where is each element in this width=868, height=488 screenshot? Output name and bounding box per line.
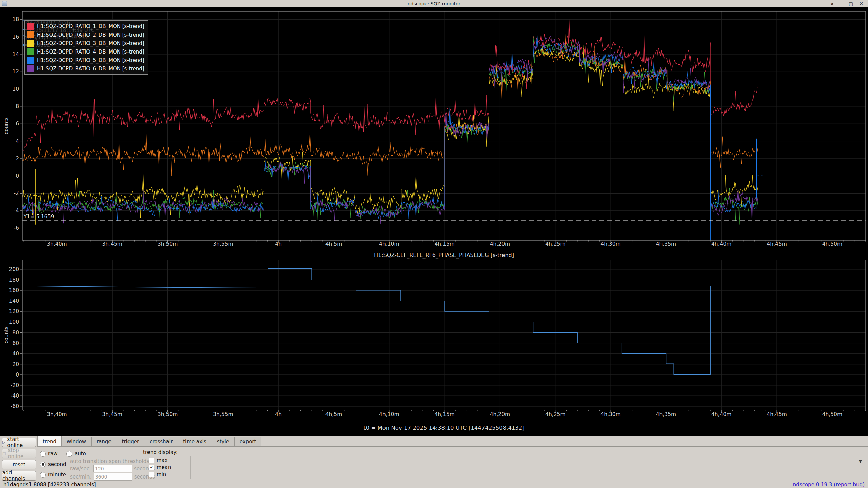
nds-server-status: h1daqnds1:8088 [429233 channels] [3,482,96,488]
stop-online-button[interactable]: □stop online [2,449,36,458]
checkbox-max[interactable]: max [146,456,190,464]
shade-button[interactable]: ∧ [830,0,834,7]
tab-style[interactable]: style [212,437,235,446]
svg-text:3h,45m: 3h,45m [102,241,122,247]
checkbox-min-box[interactable] [149,472,154,477]
svg-text:4h,20m: 4h,20m [490,411,510,418]
radio-raw[interactable]: raw [40,451,58,457]
checkbox-max-box[interactable] [149,458,154,463]
trend-display-group: maxmeanmin [146,456,191,479]
legend-item[interactable]: H1:SQZ-DCPD_RATIO_4_DB_MON [s-trend] [27,47,144,56]
svg-text:0: 0 [16,173,19,179]
radio-second-label: second [48,461,66,467]
chevron-down-icon[interactable]: ▼ [859,459,862,464]
radio-minute[interactable]: minute [40,472,66,478]
checkbox-mean-box[interactable] [149,465,154,470]
svg-text:80: 80 [12,330,19,336]
secmin-input[interactable] [94,473,132,481]
legend-item[interactable]: H1:SQZ-DCPD_RATIO_5_DB_MON [s-trend] [27,56,144,64]
svg-text:-60: -60 [11,403,19,409]
bottom-plot-title: H1:SQZ-CLF_REFL_RF6_PHASE_PHASEDEG [s-tr… [374,252,514,259]
svg-text:4h,25m: 4h,25m [545,411,565,418]
svg-text:3h,40m: 3h,40m [47,241,67,247]
tab-time-axis[interactable]: time axis [178,437,212,446]
radio-raw-circle[interactable] [40,451,46,457]
radio-minute-circle[interactable] [40,472,46,478]
svg-text:4h,40m: 4h,40m [711,241,731,247]
plot-legend[interactable]: H1:SQZ-DCPD_RATIO_1_DB_MON [s-trend]H1:S… [24,20,148,75]
top-plot-ylabel: counts [3,117,9,134]
bottom-plot-frame: 3h,40m3h,45m3h,50m3h,55m4h4h,5m4h,10m4h,… [9,260,866,418]
checkbox-mean[interactable]: mean [146,464,190,471]
secmin-label: sec/min: [70,474,92,480]
svg-text:3h,40m: 3h,40m [47,411,67,418]
report-bug-link[interactable]: report bug [836,482,863,488]
legend-swatch-6 [27,65,34,72]
svg-text:-2: -2 [14,190,19,196]
tab-window[interactable]: window [61,437,92,446]
svg-text:60: 60 [12,340,19,346]
window-buttons: ∧–▢✕ [830,0,868,7]
tab-trend[interactable]: trend [37,436,62,446]
tab-crosshair[interactable]: crosshair [144,437,178,446]
tab-export[interactable]: export [234,437,262,446]
version-link[interactable]: 0.19.3 [816,482,832,488]
svg-text:3h,55m: 3h,55m [213,411,233,418]
bottom-plot-traces[interactable] [22,269,866,375]
legend-swatch-4 [27,48,34,55]
checkbox-min[interactable]: min [146,471,190,478]
checkbox-label: max [157,457,168,463]
minimize-button[interactable]: – [840,0,843,7]
trace-ratio-6 [22,36,866,224]
add-channels-button[interactable]: add channels [2,471,36,481]
close-button[interactable]: ✕ [859,0,863,7]
reset-button[interactable]: reset [2,460,36,469]
svg-text:8: 8 [16,103,19,109]
svg-text:3h,50m: 3h,50m [158,241,178,247]
legend-item[interactable]: H1:SQZ-DCPD_RATIO_2_DB_MON [s-trend] [27,30,144,39]
svg-text:4h,40m: 4h,40m [711,411,731,418]
radio-auto[interactable]: auto [66,451,86,457]
legend-item[interactable]: H1:SQZ-DCPD_RATIO_1_DB_MON [s-trend] [27,22,144,30]
rawsec-input[interactable] [93,465,132,472]
svg-text:4h,5m: 4h,5m [326,411,342,418]
svg-text:-40: -40 [11,393,19,399]
bottom-plot-axes [22,260,866,410]
svg-text:200: 200 [9,266,19,272]
radio-second[interactable]: second [40,461,66,467]
button-label: stop online [8,447,36,460]
svg-text:-20: -20 [11,382,19,388]
radio-second-circle[interactable] [40,462,46,467]
radio-auto-circle[interactable] [66,451,72,457]
rawsec-row: raw/sec: seconds [70,465,155,472]
svg-text:4h,30m: 4h,30m [600,411,620,418]
ndscope-link[interactable]: ndscope [793,482,814,488]
legend-label: H1:SQZ-DCPD_RATIO_3_DB_MON [s-trend] [37,40,144,46]
radio-minute-label: minute [48,472,66,478]
svg-text:4h,30m: 4h,30m [600,241,620,247]
radio-raw-label: raw [48,451,58,457]
top-plot-traces[interactable] [22,17,866,240]
titlebar[interactable]: ndscope: SQZ monitor ∧–▢✕ [0,0,868,7]
svg-text:10: 10 [12,86,19,92]
status-bar: h1daqnds1:8088 [429233 channels] ndscope… [0,481,868,488]
y-cursor-label: Y1=-5.1659 [23,214,54,220]
legend-label: H1:SQZ-DCPD_RATIO_4_DB_MON [s-trend] [37,49,144,55]
auto-thresholds-label: auto transition span thresholds: [70,458,151,464]
secmin-row: sec/min: seconds [70,473,155,481]
legend-item[interactable]: H1:SQZ-DCPD_RATIO_3_DB_MON [s-trend] [27,39,144,47]
svg-text:120: 120 [9,308,19,314]
tab-range[interactable]: range [91,437,117,446]
start-online-button[interactable]: ▷start online [2,438,36,447]
trend-display-label: trend display: [143,449,178,455]
maximize-button[interactable]: ▢ [849,0,853,7]
svg-text:4: 4 [16,138,19,144]
svg-text:180: 180 [9,277,19,283]
svg-text:40: 40 [12,351,19,357]
legend-label: H1:SQZ-DCPD_RATIO_2_DB_MON [s-trend] [37,32,144,38]
svg-text:4h: 4h [275,241,282,247]
tab-bar: trendwindowrangetriggercrosshairtime axi… [37,437,261,446]
legend-item[interactable]: H1:SQZ-DCPD_RATIO_6_DB_MON [s-trend] [27,64,144,73]
tab-trigger[interactable]: trigger [117,437,145,446]
button-label: add channels [2,470,36,482]
